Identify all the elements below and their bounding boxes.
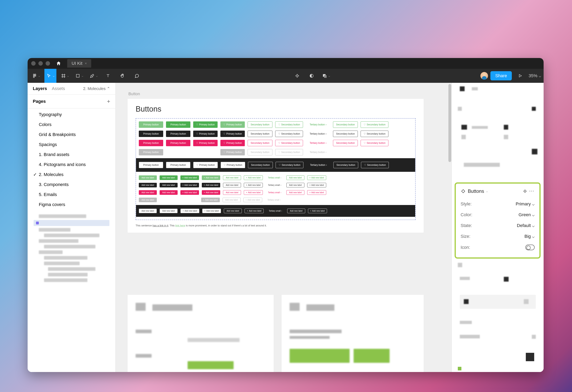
mask-tool[interactable] — [306, 69, 318, 83]
btn-variant[interactable]: Add new label — [286, 190, 304, 195]
btn-variant[interactable]: Secondary button — [248, 131, 272, 137]
frame-tool[interactable]: ⌵ — [59, 69, 71, 83]
btn-variant[interactable]: Tertiary small › — [266, 190, 284, 195]
design-canvas[interactable]: Button Buttons Primary button Primary bu… — [116, 83, 452, 372]
icon-toggle[interactable] — [525, 245, 535, 250]
btn-variant[interactable]: Secondary button — [248, 140, 272, 146]
shape-tool[interactable]: ⌵ — [73, 69, 85, 83]
buttons-frame[interactable]: Buttons Primary button Primary button ♡ … — [127, 99, 424, 233]
pen-tool[interactable]: ⌵ — [88, 69, 100, 83]
btn-variant[interactable]: Primary button — [139, 131, 163, 137]
btn-variant[interactable]: Tertiary small › — [266, 209, 284, 213]
btn-variant[interactable]: Tertiary button › — [306, 162, 331, 168]
btn-variant[interactable]: Add new label — [159, 209, 178, 213]
page-item[interactable]: 5. Emails — [28, 189, 115, 200]
btn-variant[interactable]: + Add new label — [202, 190, 220, 195]
btn-variant[interactable]: ♡ Secondary button — [361, 121, 388, 128]
btn-variant[interactable]: + Add new label — [180, 190, 199, 195]
btn-variant[interactable]: Primary button — [139, 121, 163, 128]
btn-variant[interactable]: + Add new label — [201, 198, 220, 202]
menu-button[interactable]: ⌵ — [30, 69, 42, 83]
page-item[interactable]: 1. Brand assets — [28, 150, 115, 160]
page-item[interactable]: Spacings — [28, 140, 115, 150]
present-button[interactable] — [514, 69, 526, 83]
btn-variant[interactable]: + Add new label — [244, 175, 263, 180]
btn-variant[interactable]: ♡ Primary button — [221, 162, 245, 168]
btn-variant[interactable]: Add new label — [139, 209, 157, 213]
move-tool[interactable]: ⌵ — [44, 69, 56, 83]
page-item[interactable]: 4. Pictograms and icons — [28, 160, 115, 170]
maximize-dot[interactable] — [46, 61, 50, 66]
page-selector[interactable]: 2. Molecules ⌃ — [83, 86, 110, 91]
page-item[interactable]: 3. Components — [28, 180, 115, 189]
add-page-button[interactable]: + — [107, 98, 110, 105]
btn-variant[interactable]: ♡ Primary button — [193, 121, 218, 128]
btn-variant[interactable]: ♡ Secondary button — [275, 140, 303, 146]
btn-variant[interactable]: Primary button — [166, 162, 191, 168]
btn-variant[interactable]: ♡ Primary button — [220, 149, 245, 156]
panel-title[interactable]: Buttons — [468, 188, 484, 194]
boolean-tool[interactable]: ⌵ — [320, 69, 332, 83]
prop-value-state[interactable]: Default ⌵ — [517, 223, 535, 228]
hand-tool[interactable] — [116, 69, 128, 83]
btn-variant[interactable]: + Add new label — [244, 183, 263, 188]
btn-variant[interactable]: + Add new label — [244, 190, 263, 195]
btn-variant[interactable]: Add new label — [139, 190, 157, 195]
btn-variant[interactable]: Secondary button — [333, 131, 358, 137]
frame-blurred[interactable] — [127, 295, 274, 372]
tab-close-icon[interactable]: × — [85, 62, 87, 66]
btn-variant[interactable]: Add new label — [159, 190, 178, 195]
assets-tab[interactable]: Assets — [52, 86, 65, 91]
btn-variant[interactable]: + Add new label — [245, 209, 264, 213]
btn-variant[interactable]: Primary button — [166, 140, 191, 146]
page-item[interactable]: 2. Molecules — [28, 170, 115, 180]
btn-variant[interactable]: + Add new label — [307, 190, 326, 195]
btn-variant[interactable]: ♡ Secondary button — [275, 121, 303, 128]
btn-variant[interactable]: Primary button — [166, 131, 191, 137]
btn-variant[interactable]: Secondary button — [333, 140, 358, 146]
btn-variant[interactable]: Secondary button — [248, 162, 273, 168]
btn-variant[interactable]: Tertiary small › — [266, 175, 284, 180]
btn-variant[interactable]: ♡ Primary button — [220, 131, 245, 137]
btn-variant[interactable]: Tertiary small › — [266, 183, 284, 188]
text-tool[interactable] — [102, 69, 114, 83]
btn-variant[interactable]: + Add new label — [308, 209, 327, 213]
btn-variant[interactable]: ♡ Secondary button — [275, 149, 303, 156]
layer-item-selected[interactable] — [34, 220, 109, 226]
btn-variant[interactable]: + Add new label — [180, 209, 199, 213]
btn-variant[interactable]: ♡ Secondary button — [275, 131, 303, 137]
swap-instance-icon[interactable] — [523, 189, 527, 193]
btn-variant[interactable]: + Add new label — [202, 175, 220, 180]
canvas-scrollbar[interactable] — [448, 84, 451, 162]
btn-variant[interactable]: + Add new label — [180, 183, 199, 188]
btn-variant[interactable]: Primary button — [166, 121, 191, 128]
close-dot[interactable] — [31, 61, 36, 66]
btn-variant[interactable]: Tertiary button › — [306, 121, 330, 128]
user-avatar[interactable] — [480, 72, 488, 79]
btn-variant[interactable]: ♡ Primary button — [193, 131, 218, 137]
more-icon[interactable]: ⋯ — [529, 188, 535, 194]
minimize-dot[interactable] — [38, 61, 43, 66]
file-tab[interactable]: UI Kit × — [67, 59, 91, 68]
btn-variant[interactable]: Secondary button — [334, 162, 358, 168]
frame-blurred[interactable] — [282, 295, 424, 372]
btn-variant[interactable]: ♡ Primary button — [220, 140, 245, 146]
page-item[interactable]: Typography — [28, 110, 115, 120]
btn-variant[interactable]: Add new label — [223, 183, 241, 188]
btn-variant[interactable]: Add new label — [223, 190, 241, 195]
btn-variant[interactable]: Secondary button — [248, 149, 272, 156]
frame-label[interactable]: Button — [128, 92, 140, 96]
btn-variant[interactable]: Add new label — [159, 175, 178, 180]
btn-variant[interactable]: Tertiary button › — [306, 140, 330, 146]
btn-variant[interactable]: Secondary button — [333, 121, 358, 128]
page-item[interactable]: Colors — [28, 120, 115, 130]
btn-variant[interactable]: ♡ Secondary button — [276, 162, 303, 168]
home-icon[interactable] — [56, 61, 61, 66]
btn-variant[interactable]: Add new label — [286, 183, 304, 188]
btn-variant[interactable]: ♡ Primary button — [193, 162, 218, 168]
btn-variant[interactable]: ♡ Secondary button — [361, 131, 388, 137]
btn-variant[interactable]: Add new label — [139, 183, 157, 188]
page-item[interactable]: Grid & Breakpoints — [28, 130, 115, 140]
btn-variant[interactable]: Add new label — [139, 175, 157, 180]
btn-variant[interactable]: Secondary button — [248, 121, 272, 128]
